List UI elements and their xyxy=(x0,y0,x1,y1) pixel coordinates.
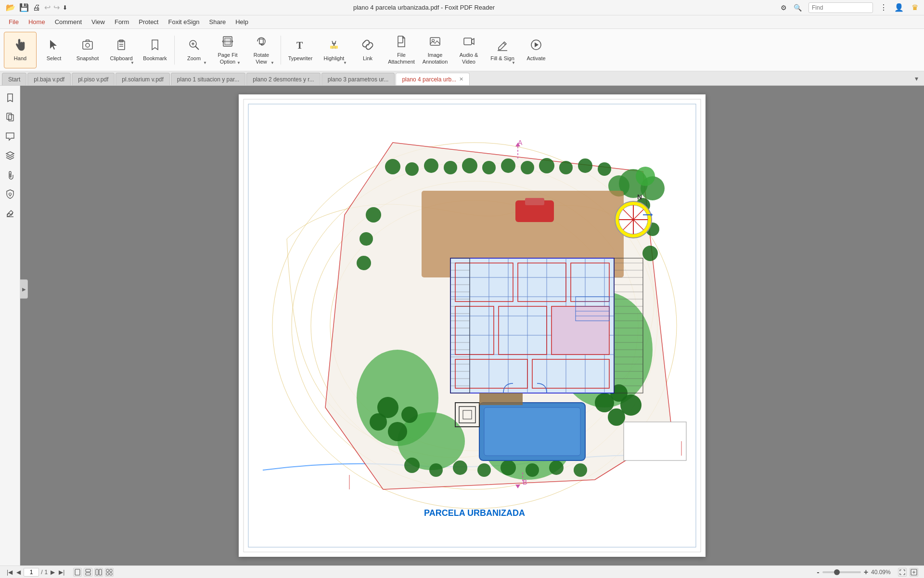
tool-zoom[interactable]: Zoom ▼ xyxy=(178,32,210,68)
sidebar-btn-comments[interactable] xyxy=(2,128,18,144)
tool-typewriter[interactable]: T Typewriter xyxy=(284,32,317,68)
single-page-view-btn[interactable] xyxy=(73,568,82,577)
svg-rect-171 xyxy=(75,569,80,575)
fit-window-btn[interactable] xyxy=(898,568,907,577)
svg-point-77 xyxy=(608,408,625,426)
sidebar-btn-bookmark[interactable] xyxy=(2,90,18,106)
svg-rect-175 xyxy=(99,569,102,575)
svg-point-59 xyxy=(429,463,443,477)
tab-plpiso[interactable]: pl.piso v.pdf xyxy=(72,73,115,85)
tab-plsolarium[interactable]: pl.solarium v.pdf xyxy=(116,73,169,85)
fullscreen-btn[interactable] xyxy=(910,568,918,577)
tab-plano1[interactable]: plano 1 situacion y par... xyxy=(171,73,245,85)
svg-rect-0 xyxy=(83,41,92,49)
svg-point-48 xyxy=(539,158,554,173)
next-page-btn[interactable]: ▶ xyxy=(50,569,56,576)
tool-pagefit[interactable]: Page Fit Option ▼ xyxy=(211,32,244,68)
tab-plano4[interactable]: plano 4 parcela urb... ✕ xyxy=(396,73,470,85)
sidebar-btn-pages[interactable] xyxy=(2,109,18,125)
menu-comment[interactable]: Comment xyxy=(50,16,87,27)
menu-file[interactable]: File xyxy=(4,16,24,27)
tool-highlight[interactable]: Highlight ▼ xyxy=(318,32,350,68)
menu-foxitesign[interactable]: Foxit eSign xyxy=(163,16,204,27)
svg-rect-147 xyxy=(484,407,580,456)
tool-fileattachment[interactable]: File Attachment xyxy=(385,32,418,68)
tool-fillsign[interactable]: Fill & Sign ▼ xyxy=(486,32,519,68)
menu-form[interactable]: Form xyxy=(110,16,134,27)
tool-bookmark[interactable]: Bookmark xyxy=(139,32,171,68)
user-icon[interactable]: 👤 xyxy=(894,3,904,12)
svg-text:N: N xyxy=(637,193,642,201)
tool-link[interactable]: Link xyxy=(351,32,384,68)
statusbar-left: |◀ ◀ / 1 ▶ ▶| xyxy=(6,568,114,577)
two-page-view-btn[interactable] xyxy=(94,568,103,577)
pdf-page: A B PARCELA URBANIZADA xyxy=(239,94,706,557)
settings-icon[interactable]: ⚙ xyxy=(781,4,787,12)
undo-icon[interactable]: ↩ xyxy=(44,3,51,12)
svg-rect-172 xyxy=(86,569,90,572)
link-icon xyxy=(361,38,374,53)
tab-plano3[interactable]: plano 3 parametros ur... xyxy=(321,73,395,85)
menu-home[interactable]: Home xyxy=(24,16,50,27)
zoom-slider[interactable] xyxy=(822,571,861,573)
zoom-out-btn[interactable]: - xyxy=(817,568,819,577)
page-number-input[interactable] xyxy=(24,568,39,577)
tab-scroll-arrow[interactable]: ▾ xyxy=(911,75,922,82)
window-title: plano 4 parcela urbanizada.pdf - Foxit P… xyxy=(67,4,781,11)
prev-page-btn[interactable]: ◀ xyxy=(15,569,22,576)
last-page-btn[interactable]: ▶| xyxy=(58,569,65,576)
dropdown-icon[interactable]: ⬇ xyxy=(63,4,67,11)
menu-help[interactable]: Help xyxy=(231,16,253,27)
menubar: File Home Comment View Form Protect Foxi… xyxy=(0,15,924,29)
find-input[interactable] xyxy=(812,4,870,11)
sidebar-btn-layers[interactable] xyxy=(2,147,18,164)
sep2 xyxy=(281,36,281,65)
tool-audiovideo[interactable]: Audio & Video xyxy=(452,32,485,68)
svg-point-60 xyxy=(453,460,467,475)
search-icon[interactable]: 🔍 xyxy=(794,4,802,12)
tool-activate[interactable]: Activate xyxy=(520,32,552,68)
svg-rect-17 xyxy=(398,36,403,43)
sidebar-collapse[interactable]: ▶ xyxy=(20,279,28,299)
svg-rect-174 xyxy=(96,569,98,575)
svg-point-40 xyxy=(385,159,400,174)
zoom-in-btn[interactable]: + xyxy=(864,568,868,577)
tool-select[interactable]: Select xyxy=(38,32,70,68)
tool-imageannotation[interactable]: Image Annotation xyxy=(419,32,451,68)
continuous-view-btn[interactable] xyxy=(84,568,92,577)
tool-hand[interactable]: Hand xyxy=(4,32,37,68)
sidebar-btn-signatures[interactable] xyxy=(2,205,18,222)
rotateview-icon xyxy=(255,35,268,50)
tab-start[interactable]: Start xyxy=(2,73,26,85)
svg-rect-168 xyxy=(624,422,686,460)
two-page-continuous-btn[interactable] xyxy=(105,568,114,577)
tab-plano4-label: plano 4 parcela urb... xyxy=(402,76,456,83)
tab-start-label: Start xyxy=(8,76,20,83)
tab-plpiso-label: pl.piso v.pdf xyxy=(78,76,108,83)
tool-clipboard[interactable]: Clipboard ▼ xyxy=(105,32,138,68)
tab-plbaja[interactable]: pl.baja v.pdf xyxy=(27,73,71,85)
menu-view[interactable]: View xyxy=(87,16,110,27)
redo-icon[interactable]: ↪ xyxy=(53,3,60,12)
clipboard-arrow: ▼ xyxy=(130,61,134,65)
tab-plano4-close[interactable]: ✕ xyxy=(459,76,463,82)
menu-share[interactable]: Share xyxy=(205,16,231,27)
save-icon[interactable]: 💾 xyxy=(19,3,29,12)
svg-point-52 xyxy=(366,207,381,223)
tool-rotateview[interactable]: Rotate View ▼ xyxy=(245,32,278,68)
menu-protect[interactable]: Protect xyxy=(134,16,163,27)
link-label: Link xyxy=(363,55,372,62)
find-box[interactable] xyxy=(808,2,873,13)
select-label: Select xyxy=(47,55,62,62)
audiovideo-icon xyxy=(462,35,475,50)
sidebar-btn-attachments[interactable] xyxy=(2,167,18,183)
print-icon[interactable]: 🖨 xyxy=(33,3,40,12)
fillsign-arrow: ▼ xyxy=(512,61,515,65)
svg-point-58 xyxy=(404,458,420,473)
more-icon[interactable]: ⋮ xyxy=(880,3,887,12)
tab-plano2[interactable]: plano 2 desmontes y r... xyxy=(246,73,320,85)
svg-point-53 xyxy=(359,232,373,246)
first-page-btn[interactable]: |◀ xyxy=(6,569,13,576)
tool-snapshot[interactable]: Snapshot xyxy=(71,32,104,68)
sidebar-btn-security[interactable] xyxy=(2,186,18,202)
